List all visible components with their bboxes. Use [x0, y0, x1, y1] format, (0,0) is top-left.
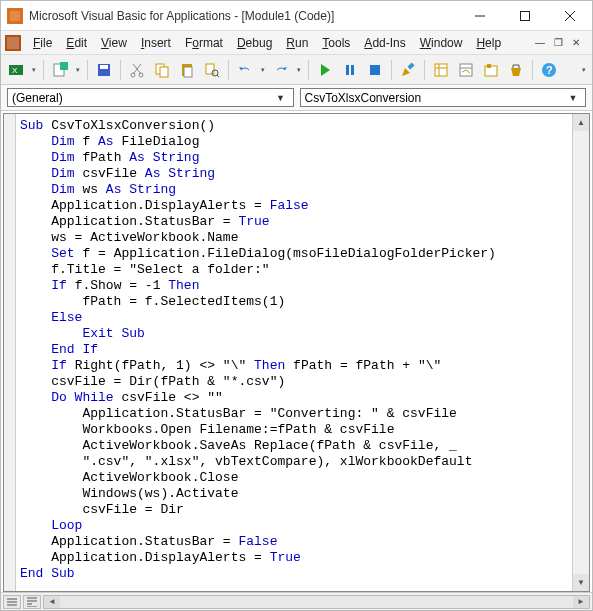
redo-dropdown[interactable]: ▾ — [295, 66, 303, 74]
svg-rect-21 — [407, 62, 414, 69]
excel-system-icon[interactable] — [5, 35, 21, 51]
menu-window[interactable]: Window — [414, 34, 469, 52]
svg-rect-3 — [7, 37, 19, 49]
svg-rect-13 — [160, 67, 168, 77]
vba-app-icon — [7, 8, 23, 24]
view-selector-strip: ◄ ► — [1, 592, 592, 610]
toolbar-overflow[interactable]: ▾ — [580, 66, 588, 74]
view-excel-button[interactable]: X — [5, 59, 27, 81]
code-pane: Sub CsvToXlsxConversion() Dim f As FileD… — [3, 113, 590, 592]
window-close-button[interactable] — [547, 1, 592, 30]
svg-rect-9 — [100, 65, 108, 69]
menu-insert[interactable]: Insert — [135, 34, 177, 52]
svg-rect-25 — [487, 64, 491, 68]
menu-debug[interactable]: Debug — [231, 34, 278, 52]
scroll-up-button[interactable]: ▲ — [573, 114, 589, 131]
copy-button[interactable] — [151, 59, 173, 81]
toolbox-button[interactable] — [505, 59, 527, 81]
svg-text:?: ? — [546, 64, 553, 76]
properties-window-button[interactable] — [455, 59, 477, 81]
svg-rect-19 — [351, 65, 354, 75]
scroll-right-button[interactable]: ► — [573, 596, 589, 608]
redo-button[interactable] — [270, 59, 292, 81]
window-maximize-button[interactable] — [502, 1, 547, 30]
design-mode-button[interactable] — [397, 59, 419, 81]
object-browser-button[interactable] — [480, 59, 502, 81]
chevron-down-icon: ▼ — [273, 93, 289, 103]
cut-button[interactable] — [126, 59, 148, 81]
code-editor[interactable]: Sub CsvToXlsxConversion() Dim f As FileD… — [16, 114, 572, 591]
mdi-restore-button[interactable]: ❐ — [550, 36, 566, 50]
scope-combo[interactable]: (General) ▼ — [7, 88, 294, 107]
reset-button[interactable] — [364, 59, 386, 81]
mdi-minimize-button[interactable]: ― — [532, 36, 548, 50]
mdi-close-button[interactable]: ✕ — [568, 36, 584, 50]
undo-dropdown[interactable]: ▾ — [259, 66, 267, 74]
scroll-left-button[interactable]: ◄ — [44, 596, 60, 608]
horizontal-scrollbar[interactable]: ◄ ► — [43, 595, 590, 609]
svg-rect-18 — [346, 65, 349, 75]
scroll-down-button[interactable]: ▼ — [573, 574, 589, 591]
insert-module-button[interactable] — [49, 59, 71, 81]
vertical-scrollbar[interactable]: ▲ ▼ — [572, 114, 589, 591]
svg-text:X: X — [12, 66, 18, 75]
window-title: Microsoft Visual Basic for Applications … — [29, 9, 457, 23]
help-button[interactable]: ? — [538, 59, 560, 81]
run-button[interactable] — [314, 59, 336, 81]
find-button[interactable] — [201, 59, 223, 81]
window-minimize-button[interactable] — [457, 1, 502, 30]
insert-module-dropdown[interactable]: ▾ — [74, 66, 82, 74]
menu-file[interactable]: File — [27, 34, 58, 52]
title-bar: Microsoft Visual Basic for Applications … — [1, 1, 592, 31]
menu-help[interactable]: Help — [470, 34, 507, 52]
menu-run[interactable]: Run — [280, 34, 314, 52]
menu-addins[interactable]: Add-Ins — [358, 34, 411, 52]
code-nav-bar: (General) ▼ CsvToXlsxConversion ▼ — [1, 85, 592, 111]
paste-button[interactable] — [176, 59, 198, 81]
svg-rect-16 — [206, 64, 214, 74]
chevron-down-icon: ▼ — [565, 93, 581, 103]
svg-rect-20 — [370, 65, 380, 75]
svg-rect-7 — [60, 62, 68, 70]
procedure-value: CsvToXlsxConversion — [305, 91, 422, 105]
menu-tools[interactable]: Tools — [316, 34, 356, 52]
menu-format[interactable]: Format — [179, 34, 229, 52]
procedure-view-button[interactable] — [3, 595, 21, 609]
procedure-combo[interactable]: CsvToXlsxConversion ▼ — [300, 88, 587, 107]
margin-indicator-bar[interactable] — [4, 114, 16, 591]
menu-edit[interactable]: Edit — [60, 34, 93, 52]
scope-value: (General) — [12, 91, 63, 105]
menu-view[interactable]: View — [95, 34, 133, 52]
save-button[interactable] — [93, 59, 115, 81]
svg-rect-1 — [520, 11, 529, 20]
menu-bar: File Edit View Insert Format Debug Run T… — [1, 31, 592, 55]
svg-rect-15 — [184, 67, 192, 77]
view-excel-dropdown[interactable]: ▾ — [30, 66, 38, 74]
full-module-view-button[interactable] — [23, 595, 41, 609]
project-explorer-button[interactable] — [430, 59, 452, 81]
standard-toolbar: X ▾ ▾ ▾ ▾ ? ▾ — [1, 55, 592, 85]
undo-button[interactable] — [234, 59, 256, 81]
svg-rect-22 — [435, 64, 447, 76]
break-button[interactable] — [339, 59, 361, 81]
